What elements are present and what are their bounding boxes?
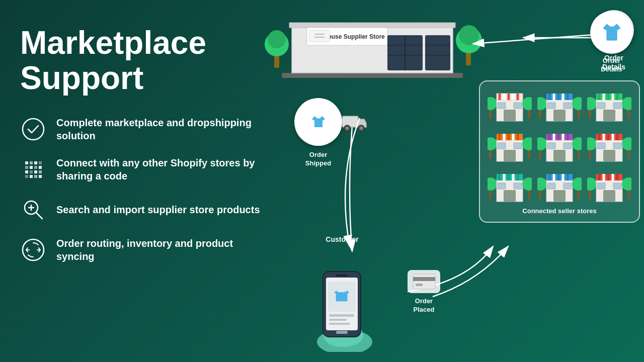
svg-rect-153 [514, 183, 522, 189]
svg-rect-182 [627, 190, 630, 199]
svg-rect-52 [342, 116, 358, 127]
svg-point-101 [488, 137, 497, 150]
svg-rect-111 [514, 143, 522, 149]
check-circle-icon [20, 116, 46, 142]
svg-rect-5 [25, 166, 28, 169]
search-plus-icon [20, 197, 46, 223]
svg-rect-195 [416, 284, 423, 286]
svg-rect-83 [564, 103, 572, 109]
stores-grid [487, 88, 632, 204]
svg-rect-13 [25, 175, 28, 178]
svg-rect-170 [589, 190, 591, 199]
store-item-6 [587, 129, 632, 164]
store-item-7 [487, 169, 532, 204]
tree-right [455, 20, 483, 72]
svg-rect-123 [553, 150, 566, 161]
svg-rect-190 [329, 323, 350, 325]
svg-rect-165 [553, 190, 566, 202]
connected-stores-box: Connected seller stores [479, 80, 640, 223]
svg-rect-156 [539, 190, 541, 199]
svg-rect-126 [578, 150, 580, 159]
svg-rect-11 [34, 170, 37, 173]
svg-rect-137 [603, 150, 615, 161]
svg-point-115 [537, 137, 547, 150]
svg-rect-180 [597, 183, 605, 189]
connected-stores-label: Connected seller stores [487, 207, 632, 215]
svg-rect-109 [504, 150, 516, 161]
svg-point-143 [488, 177, 497, 191]
svg-rect-95 [603, 110, 615, 121]
svg-rect-9 [25, 170, 28, 173]
page-title: Marketplace Support [20, 25, 262, 96]
svg-rect-128 [589, 150, 591, 159]
store-item-5 [537, 129, 582, 164]
feature-text-4: Order routing, inventory and product syn… [56, 237, 262, 263]
svg-rect-67 [504, 110, 516, 121]
svg-rect-154 [528, 190, 530, 199]
store-item-2 [537, 88, 582, 124]
svg-rect-1 [25, 161, 28, 164]
svg-point-27 [268, 30, 286, 48]
warehouse-section: Warehouse Supplier Store [282, 10, 463, 82]
svg-rect-86 [589, 110, 591, 119]
svg-rect-72 [539, 110, 541, 119]
order-details-bubble: Order Details [590, 11, 633, 74]
svg-point-169 [572, 177, 582, 191]
svg-point-45 [459, 25, 479, 45]
svg-point-58 [488, 97, 497, 110]
order-placed-icon [408, 270, 440, 293]
svg-point-141 [622, 137, 631, 150]
feature-list: Complete marketplace and dropshipping so… [20, 116, 262, 263]
svg-rect-167 [564, 183, 572, 189]
svg-point-99 [622, 97, 631, 110]
svg-rect-12 [39, 170, 42, 173]
svg-rect-139 [613, 143, 621, 149]
svg-rect-3 [34, 161, 37, 164]
svg-rect-30 [289, 23, 455, 28]
svg-rect-82 [547, 103, 555, 109]
svg-rect-192 [336, 275, 348, 277]
svg-rect-81 [553, 110, 566, 121]
svg-point-71 [522, 97, 532, 110]
svg-rect-14 [30, 175, 33, 178]
svg-rect-8 [39, 166, 42, 169]
svg-rect-124 [547, 143, 555, 149]
order-placed-section: Order Placed [408, 270, 440, 314]
svg-point-0 [23, 119, 44, 140]
svg-rect-125 [564, 143, 572, 149]
warehouse-building-svg: Warehouse Supplier Store [282, 10, 463, 80]
sync-icon [20, 237, 46, 263]
svg-rect-179 [603, 190, 615, 202]
diagram-area: Warehouse Supplier Store [252, 0, 644, 362]
svg-rect-152 [498, 183, 506, 189]
feature-item-1: Complete marketplace and dropshipping so… [20, 116, 262, 142]
store-item-3 [587, 88, 632, 124]
svg-rect-96 [597, 103, 605, 109]
svg-rect-16 [39, 175, 42, 178]
svg-rect-112 [528, 150, 530, 159]
svg-point-157 [537, 177, 547, 191]
svg-rect-142 [489, 190, 492, 199]
feature-item-3: Search and import supplier store product… [20, 197, 262, 223]
svg-rect-100 [489, 150, 492, 159]
svg-rect-193 [413, 274, 435, 289]
feature-text-3: Search and import supplier store product… [56, 203, 260, 216]
svg-rect-15 [34, 175, 37, 178]
grid-icon [20, 156, 46, 183]
svg-rect-69 [514, 103, 522, 109]
svg-rect-189 [329, 319, 347, 321]
svg-point-171 [587, 177, 597, 191]
svg-rect-6 [30, 166, 33, 169]
svg-rect-68 [498, 103, 506, 109]
svg-rect-114 [539, 150, 541, 159]
svg-rect-188 [329, 314, 354, 317]
svg-rect-84 [578, 110, 580, 119]
truck-icon [342, 112, 367, 134]
order-shipped-icon [294, 98, 342, 146]
svg-point-55 [346, 127, 349, 130]
svg-point-183 [622, 177, 631, 191]
feature-text-1: Complete marketplace and dropshipping so… [56, 116, 262, 142]
svg-point-73 [537, 97, 547, 110]
svg-rect-110 [498, 143, 506, 149]
feature-item-2: Connect with any other Shopify stores by… [20, 156, 262, 183]
